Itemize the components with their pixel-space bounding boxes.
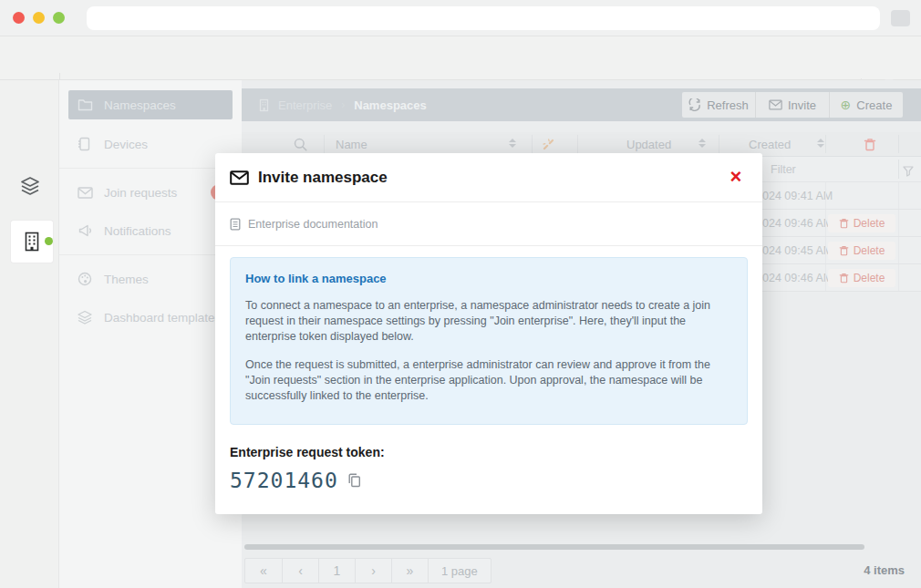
- trash-icon: [839, 218, 849, 229]
- create-button[interactable]: ⊕ Create: [829, 92, 903, 118]
- toolbar: Refresh Invite ⊕ Create: [682, 92, 903, 118]
- folder-icon: [78, 98, 93, 111]
- copy-icon[interactable]: [347, 473, 361, 488]
- create-button-label: Create: [856, 98, 892, 112]
- sidebar-item-label: Dashboard templates: [104, 311, 221, 325]
- sort-icon[interactable]: [699, 139, 705, 148]
- modal-header: Invite namespace ×: [215, 153, 762, 202]
- created-cell: 024 09:46 AM: [762, 272, 833, 284]
- plus-circle-icon: ⊕: [841, 98, 852, 111]
- window-minimize-button[interactable]: [33, 12, 45, 24]
- info-box: How to link a namespace To connect a nam…: [230, 257, 748, 425]
- close-icon[interactable]: ×: [724, 165, 748, 189]
- sidebar-item-label: Devices: [104, 138, 148, 151]
- items-count-label: 4 items: [864, 563, 905, 577]
- icon-rail: ⚙: [0, 80, 59, 588]
- next-page-button[interactable]: ›: [355, 559, 391, 583]
- invite-button[interactable]: Invite: [755, 92, 829, 118]
- breadcrumb-enterprise[interactable]: Enterprise: [278, 98, 332, 112]
- breadcrumb-separator-icon: ›: [341, 98, 345, 111]
- envelope-icon: [769, 99, 782, 110]
- horizontal-scrollbar[interactable]: [244, 544, 864, 550]
- delete-button[interactable]: Delete: [828, 214, 895, 232]
- stack-icon[interactable]: [19, 175, 41, 201]
- layers-icon: [78, 310, 93, 325]
- sidebar-divider: [59, 254, 242, 255]
- refresh-icon: [688, 98, 701, 111]
- window-zoom-button[interactable]: [53, 12, 65, 24]
- book-icon: [230, 218, 241, 231]
- current-page[interactable]: 1: [318, 559, 355, 583]
- modal-title: Invite namespace: [258, 169, 388, 187]
- sidebar-item-label: Namespaces: [104, 98, 176, 112]
- token-label: Enterprise request token:: [230, 445, 385, 459]
- breadcrumb-namespaces: Namespaces: [354, 98, 427, 112]
- delete-button-label: Delete: [854, 244, 885, 257]
- pagination: « ‹ 1 › » 1 page: [244, 558, 492, 583]
- invite-button-label: Invite: [788, 98, 816, 112]
- browser-chrome: [0, 0, 921, 36]
- info-paragraph-2: Once the request is submitted, a enterpr…: [245, 357, 732, 404]
- sidebar-item-label: Themes: [104, 273, 149, 286]
- device-icon: [78, 137, 93, 151]
- column-header-created[interactable]: Created: [749, 138, 791, 151]
- sidebar-divider: [59, 168, 242, 169]
- page-count-label: 1 page: [428, 559, 491, 583]
- funnel-icon[interactable]: [903, 164, 914, 181]
- delete-button[interactable]: Delete: [828, 269, 895, 287]
- documentation-row: Enterprise documentation: [215, 203, 762, 246]
- created-filter-input[interactable]: Filter: [771, 163, 796, 176]
- trash-icon: [839, 245, 849, 256]
- sidebar-item-dashboard-templates[interactable]: Dashboard templates: [68, 303, 233, 332]
- sidebar-item-join-requests[interactable]: Join requests 2: [68, 178, 233, 207]
- browser-extension-button[interactable]: [891, 10, 910, 26]
- info-box-title: How to link a namespace: [245, 272, 732, 285]
- first-page-button[interactable]: «: [245, 559, 282, 583]
- token-row: 57201460: [230, 469, 361, 492]
- invite-namespace-modal: Invite namespace × Enterprise documentat…: [215, 153, 762, 514]
- envelope-icon: [78, 187, 93, 199]
- sidebar-item-themes[interactable]: Themes: [68, 264, 233, 294]
- trash-icon: [864, 138, 876, 155]
- created-cell: 024 09:41 AM: [762, 190, 833, 202]
- address-bar[interactable]: [87, 6, 880, 30]
- created-cell: 024 09:46 AM: [762, 217, 833, 230]
- column-header-updated[interactable]: Updated: [626, 138, 671, 151]
- enterprise-building-icon: [258, 98, 270, 112]
- delete-button-label: Delete: [854, 272, 885, 284]
- delete-button-label: Delete: [854, 217, 885, 230]
- trash-icon: [839, 273, 849, 284]
- sidebar-item-notifications[interactable]: Notifications: [68, 216, 233, 245]
- megaphone-icon: [78, 224, 93, 237]
- palette-icon: [78, 272, 93, 286]
- sort-icon[interactable]: [509, 139, 515, 148]
- enterprise-documentation-link[interactable]: Enterprise documentation: [248, 218, 378, 231]
- enterprise-request-token: 57201460: [230, 469, 338, 492]
- delete-button[interactable]: Delete: [828, 242, 895, 260]
- envelope-icon: [230, 170, 249, 185]
- browser-window: Embion B.V. ⚙ Namespaces: [0, 0, 921, 588]
- sort-icon[interactable]: [817, 139, 823, 148]
- column-header-name[interactable]: Name: [336, 138, 367, 151]
- refresh-button[interactable]: Refresh: [682, 92, 755, 118]
- sidebar-item-label: Notifications: [104, 224, 171, 238]
- online-status-dot: [45, 237, 53, 245]
- last-page-button[interactable]: »: [391, 559, 428, 583]
- sidebar-item-devices[interactable]: Devices: [68, 129, 233, 159]
- window-close-button[interactable]: [13, 12, 25, 24]
- sidebar-item-namespaces[interactable]: Namespaces: [68, 90, 233, 119]
- app-header: Embion B.V.: [0, 36, 921, 80]
- prev-page-button[interactable]: ‹: [282, 559, 318, 583]
- sidebar-item-label: Join requests: [104, 186, 177, 200]
- info-paragraph-1: To connect a namespace to an enterprise,…: [245, 298, 732, 345]
- refresh-button-label: Refresh: [707, 98, 749, 112]
- created-cell: 024 09:45 AM: [762, 244, 833, 257]
- sidebar: Namespaces Devices Join requests 2 Notif…: [59, 80, 242, 588]
